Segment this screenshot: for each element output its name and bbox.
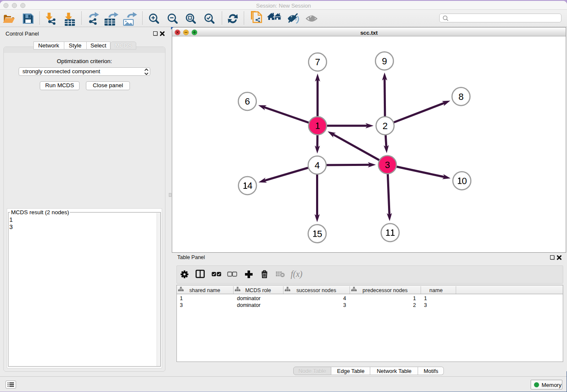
svg-text:4: 4 xyxy=(314,160,319,171)
svg-text:2: 2 xyxy=(383,121,388,131)
svg-text:7: 7 xyxy=(315,57,320,67)
svg-text:5: 5 xyxy=(317,229,322,239)
svg-text:3: 3 xyxy=(385,160,390,170)
svg-text:9: 9 xyxy=(382,56,387,66)
svg-text:8: 8 xyxy=(458,91,463,102)
svg-text:6: 6 xyxy=(245,96,250,107)
svg-text:4: 4 xyxy=(248,180,253,191)
svg-text:0: 0 xyxy=(462,176,467,186)
